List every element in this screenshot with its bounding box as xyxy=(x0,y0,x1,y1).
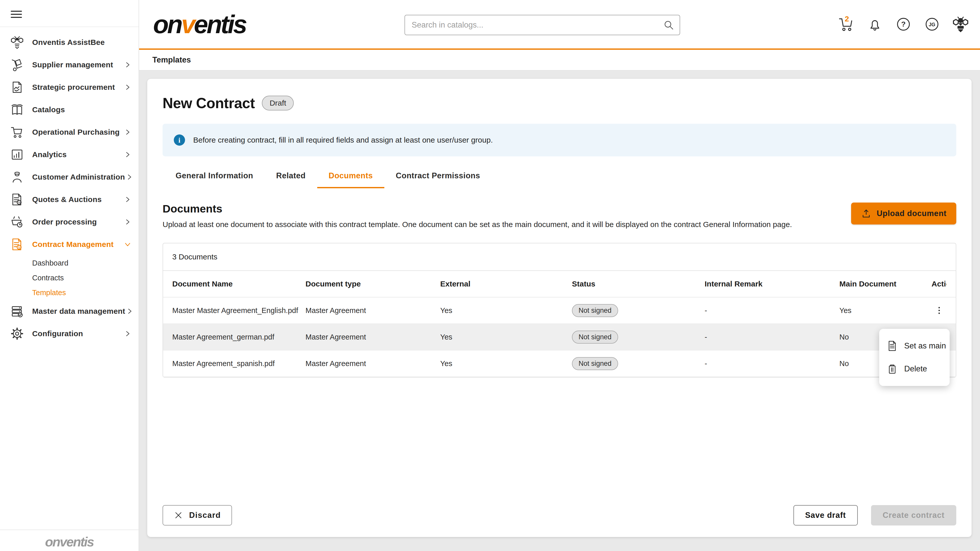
menu-item-delete[interactable]: Delete xyxy=(879,357,950,380)
document-type: Master Agreement xyxy=(305,333,440,341)
chevron-right-icon xyxy=(123,218,132,226)
create-contract-button[interactable]: Create contract xyxy=(871,505,956,526)
status-badge: Draft xyxy=(262,96,294,110)
save-draft-button[interactable]: Save draft xyxy=(794,505,858,526)
sidebar-item-label: Supplier management xyxy=(32,60,113,69)
column-header: Document Name xyxy=(172,279,305,288)
sidebar-item-analytics[interactable]: Analytics xyxy=(0,143,138,166)
document-external: Yes xyxy=(440,306,572,315)
notifications-bell-icon[interactable] xyxy=(867,16,883,32)
onventis-logo: onventis xyxy=(153,10,246,39)
upload-button-label: Upload document xyxy=(877,209,947,218)
svg-text:%: % xyxy=(18,201,21,204)
chevron-right-icon xyxy=(123,150,132,159)
sidebar-subitem-contracts[interactable]: Contracts xyxy=(0,270,138,285)
sidebar-item-label: Order processing xyxy=(32,218,97,226)
svg-text:§: § xyxy=(18,246,20,249)
topbar-icons: 2 ? JG xyxy=(838,16,980,32)
sidebar-item-label: Catalogs xyxy=(32,105,65,114)
sidebar-footer: onventis xyxy=(0,530,138,551)
document-percent-icon: % xyxy=(10,192,24,206)
sidebar-item-assistbee[interactable]: Onventis AssistBee xyxy=(0,31,138,54)
document-type: Master Agreement xyxy=(305,306,440,315)
new-contract-card: New Contract Draft i Before creating con… xyxy=(147,79,972,537)
menu-item-label: Set as main xyxy=(904,341,946,351)
bee-icon xyxy=(10,35,24,49)
section-title: Documents xyxy=(162,203,792,215)
sidebar-item-catalogs[interactable]: Catalogs xyxy=(0,98,138,121)
status-chip: Not signed xyxy=(572,357,618,370)
sidebar-item-operational-purchasing[interactable]: Operational Purchasing xyxy=(0,121,138,143)
onventis-footer-logo: onventis xyxy=(45,534,94,549)
page-title: New Contract xyxy=(162,95,255,111)
sidebar-item-strategic-procurement[interactable]: Strategic procurement xyxy=(0,76,138,98)
tab-documents[interactable]: Documents xyxy=(317,171,384,188)
hand-truck-icon xyxy=(10,58,24,72)
upload-icon xyxy=(861,208,872,219)
chevron-right-icon xyxy=(125,173,134,181)
sidebar-item-label: Onventis AssistBee xyxy=(32,38,105,47)
column-header: Document type xyxy=(305,279,440,288)
document-type: Master Agreement xyxy=(305,359,440,368)
sidebar-item-master-data-management[interactable]: Master data management xyxy=(0,300,138,322)
svg-text:?: ? xyxy=(901,20,905,28)
tab-related[interactable]: Related xyxy=(265,171,317,188)
sidebar-item-label: Contract Management xyxy=(32,240,114,249)
hamburger-menu-icon[interactable] xyxy=(0,0,138,27)
sidebar-subitem-dashboard[interactable]: Dashboard xyxy=(0,256,138,270)
status-chip: Not signed xyxy=(572,330,618,344)
menu-item-set-as-main[interactable]: Set as main xyxy=(879,334,950,357)
assistbee-icon[interactable] xyxy=(953,16,969,32)
table-row: Master Master Agreement_English.pdf Mast… xyxy=(163,297,956,324)
sidebar-item-quotes-auctions[interactable]: % Quotes & Auctions xyxy=(0,188,138,211)
sidebar-item-label: Configuration xyxy=(32,329,83,338)
chevron-right-icon xyxy=(123,60,132,69)
row-actions-kebab-icon[interactable] xyxy=(933,303,945,318)
help-icon[interactable]: ? xyxy=(895,16,912,32)
sidebar-item-configuration[interactable]: Configuration xyxy=(0,322,138,345)
table-row: Master Agreement_spanish.pdf Master Agre… xyxy=(163,351,956,377)
contract-document-icon: § xyxy=(10,238,24,251)
upload-document-button[interactable]: Upload document xyxy=(851,203,956,224)
sidebar-item-supplier-management[interactable]: Supplier management xyxy=(0,54,138,76)
chevron-down-icon xyxy=(123,240,132,249)
search-input[interactable] xyxy=(412,21,663,30)
document-external: Yes xyxy=(440,359,572,368)
info-icon: i xyxy=(173,134,186,146)
info-banner: i Before creating contract, fill in all … xyxy=(162,124,956,156)
column-header: External xyxy=(440,279,572,288)
catalog-search xyxy=(404,15,680,35)
breadcrumb-bar: Templates xyxy=(139,50,980,71)
card-footer: Discard Save draft Create contract xyxy=(162,505,956,526)
database-check-icon xyxy=(10,304,24,318)
column-header: Internal Remark xyxy=(705,279,839,288)
chevron-right-icon xyxy=(123,128,132,137)
open-book-icon xyxy=(10,103,24,117)
column-header: Status xyxy=(572,279,705,288)
document-remark: - xyxy=(705,306,839,315)
table-header-row: Document Name Document type External Sta… xyxy=(163,271,956,297)
app-root: Onventis AssistBee Supplier management xyxy=(0,0,980,551)
sidebar-item-label: Quotes & Auctions xyxy=(32,195,102,204)
cart-icon[interactable]: 2 xyxy=(838,16,854,32)
user-avatar[interactable]: JG xyxy=(924,16,940,32)
sidebar-item-contract-management[interactable]: § Contract Management xyxy=(0,233,138,256)
tab-general-information[interactable]: General Information xyxy=(164,171,265,188)
row-actions-menu: Set as main Delete xyxy=(879,329,950,386)
sidebar-item-label: Strategic procurement xyxy=(32,83,115,92)
tab-contract-permissions[interactable]: Contract Permissions xyxy=(384,171,492,188)
gear-icon xyxy=(10,327,24,341)
column-header: Main Document xyxy=(839,279,932,288)
document-remark: - xyxy=(705,333,839,341)
sidebar-item-order-processing[interactable]: Order processing xyxy=(0,211,138,233)
close-icon xyxy=(174,511,183,520)
search-icon[interactable] xyxy=(663,19,675,31)
trash-icon xyxy=(886,363,898,375)
bar-chart-icon xyxy=(10,148,24,162)
sidebar-item-customer-administration[interactable]: Customer Administration xyxy=(0,166,138,188)
document-remark: - xyxy=(705,359,839,368)
sidebar-subitem-templates[interactable]: Templates xyxy=(0,285,138,300)
discard-button[interactable]: Discard xyxy=(162,505,232,526)
breadcrumb[interactable]: Templates xyxy=(152,56,191,65)
discard-button-label: Discard xyxy=(189,511,221,520)
